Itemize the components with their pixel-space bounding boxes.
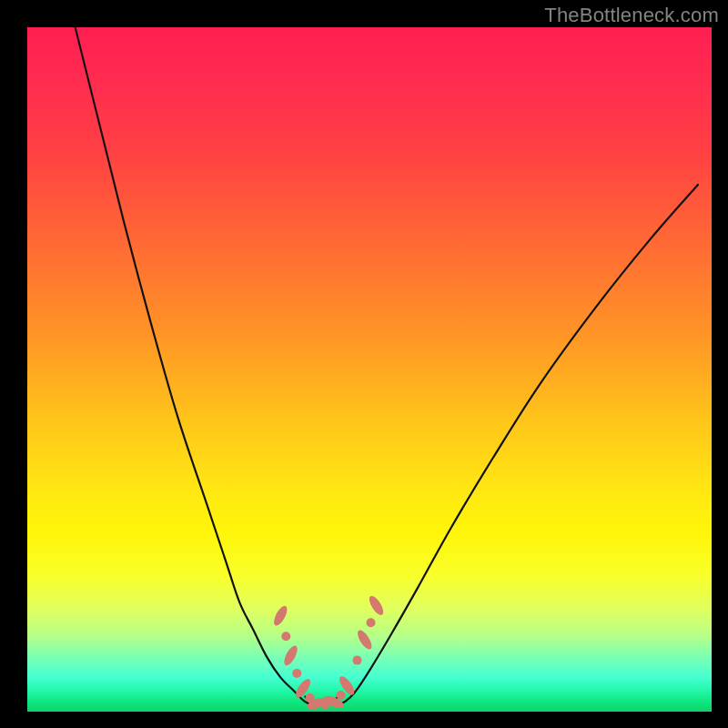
curve-layer xyxy=(27,27,712,712)
marker-pill-14 xyxy=(367,594,386,618)
chart-stage: TheBottleneck.com xyxy=(0,0,728,728)
marker-dot-11 xyxy=(352,656,361,665)
curve-group xyxy=(76,27,698,706)
marker-pill-12 xyxy=(355,628,374,652)
marker-dot-1 xyxy=(281,632,290,641)
marker-pill-2 xyxy=(281,643,299,667)
marker-dot-13 xyxy=(367,618,376,627)
series-left-branch xyxy=(76,27,315,706)
marker-dot-3 xyxy=(292,669,301,678)
series-right-branch xyxy=(335,185,698,706)
marker-group xyxy=(271,594,386,712)
marker-pill-0 xyxy=(271,604,289,628)
plot-area xyxy=(27,27,712,712)
watermark-text: TheBottleneck.com xyxy=(544,4,719,27)
marker-dot-9 xyxy=(336,691,345,700)
